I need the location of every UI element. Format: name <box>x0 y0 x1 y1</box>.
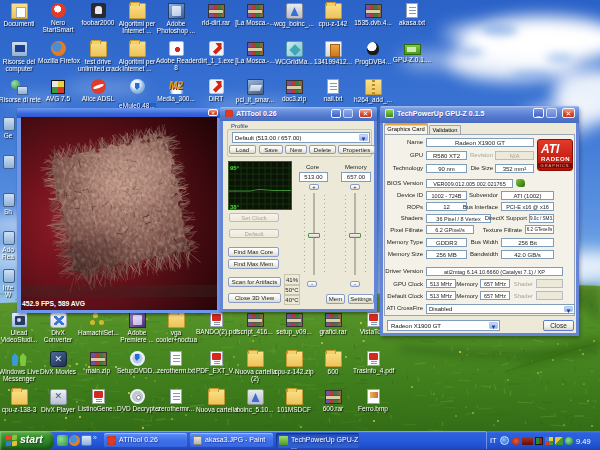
svg-text:38°: 38° <box>230 204 240 210</box>
svg-text:95°: 95° <box>230 165 240 171</box>
svg-text:452.9 FPS, 589 AVG: 452.9 FPS, 589 AVG <box>22 300 85 308</box>
